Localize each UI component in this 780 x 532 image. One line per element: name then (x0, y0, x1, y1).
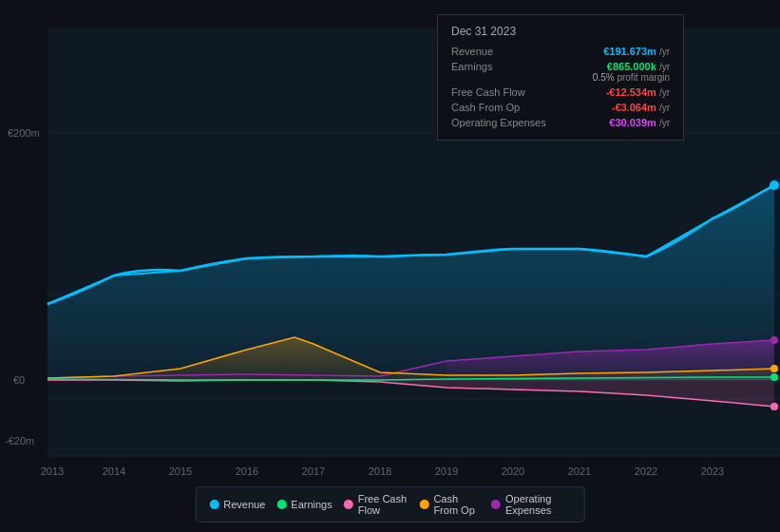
svg-text:2020: 2020 (502, 466, 524, 477)
legend-label-opex: Operating Expenses (505, 493, 571, 516)
svg-text:2013: 2013 (41, 466, 64, 477)
tooltip-label-fcf: Free Cash Flow (451, 86, 556, 98)
svg-text:2018: 2018 (369, 466, 391, 477)
svg-point-10 (770, 336, 778, 344)
tooltip-value-revenue: €191.673m /yr (603, 46, 670, 57)
legend-item-fcf[interactable]: Free Cash Flow (344, 493, 409, 516)
tooltip-box: Dec 31 2023 Revenue €191.673m /yr Earnin… (437, 14, 684, 141)
legend-label-fcf: Free Cash Flow (358, 493, 409, 516)
tooltip-row-cfo: Cash From Op -€3.064m /yr (451, 100, 670, 115)
svg-text:€200m: €200m (8, 127, 40, 139)
legend-item-cfo[interactable]: Cash From Op (419, 493, 480, 516)
svg-text:2014: 2014 (103, 466, 125, 477)
svg-text:2016: 2016 (236, 466, 258, 477)
svg-text:2019: 2019 (435, 466, 458, 477)
tooltip-row-fcf: Free Cash Flow -€12.534m /yr (451, 85, 670, 100)
legend-dot-fcf (344, 500, 353, 509)
tooltip-label-revenue: Revenue (451, 46, 556, 57)
tooltip-row-earnings: Earnings €865.000k /yr 0.5% profit margi… (451, 59, 670, 85)
legend: Revenue Earnings Free Cash Flow Cash Fro… (195, 486, 585, 522)
svg-text:2023: 2023 (701, 466, 724, 477)
svg-text:2022: 2022 (635, 466, 657, 477)
svg-text:-€20m: -€20m (5, 435, 34, 446)
legend-dot-revenue (209, 500, 219, 509)
svg-point-7 (770, 373, 778, 381)
tooltip-label-cfo: Cash From Op (451, 102, 556, 113)
chart-container: €200m €0 -€20m 2013 2014 2015 2016 2017 … (0, 0, 780, 532)
legend-label-cfo: Cash From Op (433, 493, 480, 516)
legend-label-revenue: Revenue (223, 499, 265, 510)
tooltip-value-fcf: -€12.534m /yr (606, 86, 670, 98)
svg-point-6 (770, 180, 779, 190)
legend-label-earnings: Earnings (291, 499, 332, 510)
svg-point-9 (770, 365, 778, 372)
tooltip-row-opex: Operating Expenses €30.039m /yr (451, 115, 670, 130)
svg-text:2015: 2015 (169, 466, 192, 477)
tooltip-title: Dec 31 2023 (451, 25, 670, 38)
svg-text:2017: 2017 (302, 466, 325, 477)
legend-dot-cfo (419, 500, 428, 509)
tooltip-value-earnings: €865.000k /yr (607, 61, 670, 72)
legend-dot-earnings (276, 500, 286, 509)
legend-dot-opex (491, 500, 501, 509)
legend-item-earnings[interactable]: Earnings (276, 499, 332, 510)
svg-text:€0: €0 (13, 374, 25, 386)
legend-item-opex[interactable]: Operating Expenses (491, 493, 571, 516)
tooltip-row-revenue: Revenue €191.673m /yr (451, 44, 670, 59)
tooltip-value-cfo: -€3.064m /yr (612, 102, 670, 113)
tooltip-label-earnings: Earnings (451, 61, 556, 72)
legend-item-revenue[interactable]: Revenue (209, 499, 265, 510)
tooltip-value-opex: €30.039m /yr (609, 117, 670, 128)
svg-text:2021: 2021 (568, 466, 591, 477)
tooltip-label-opex: Operating Expenses (451, 117, 556, 128)
svg-point-8 (770, 403, 778, 410)
tooltip-profit-margin: 0.5% profit margin (593, 72, 670, 83)
